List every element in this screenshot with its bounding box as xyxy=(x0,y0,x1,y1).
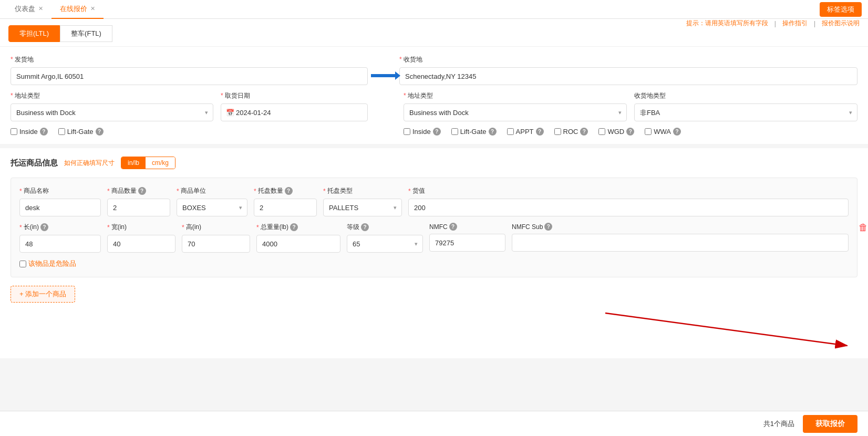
grade-help-icon[interactable]: ? xyxy=(361,223,369,231)
dest-liftgate-help-icon[interactable]: ? xyxy=(489,128,497,136)
origin-inside-label[interactable]: Inside xyxy=(19,128,38,136)
tab-quote-close[interactable]: ✕ xyxy=(90,5,95,12)
dest-label: * 收货地 xyxy=(399,55,857,64)
weight-help-icon[interactable]: ? xyxy=(290,223,298,231)
item-nmfc-input[interactable] xyxy=(429,234,505,252)
dest-wwa-label[interactable]: WWA xyxy=(654,128,671,136)
field-qty: * 商品数量 ? xyxy=(107,186,170,216)
dest-appt-label[interactable]: APPT xyxy=(516,128,534,136)
field-unit-label: * 商品单位 xyxy=(177,186,247,195)
hazmat-input[interactable] xyxy=(19,261,26,267)
pallets-help-icon[interactable]: ? xyxy=(285,187,293,195)
dest-wwa-help-icon[interactable]: ? xyxy=(673,128,681,136)
dest-roc-input[interactable] xyxy=(554,128,561,135)
origin-inside-help-icon[interactable]: ? xyxy=(40,128,48,136)
label-options-button[interactable]: 标签选项 xyxy=(820,2,862,17)
dest-roc-label[interactable]: ROC xyxy=(563,128,578,136)
tab-quote[interactable]: 在线报价 ✕ xyxy=(51,0,104,19)
origin-addr-type-select[interactable]: Business with Dock Business without Dock… xyxy=(11,103,213,121)
length-help-icon[interactable]: ? xyxy=(40,223,48,231)
item-nmfc-sub-input[interactable] xyxy=(512,234,849,252)
pallet-type-select[interactable]: PALLETS SKIDS CRATES xyxy=(323,199,402,216)
nmfc-sub-help-icon[interactable]: ? xyxy=(544,223,552,231)
dest-type-row: * 地址类型 Business with Dock Business witho… xyxy=(404,91,857,121)
field-length-label: * 长(in) ? xyxy=(19,223,101,232)
dest-input[interactable] xyxy=(399,67,857,85)
item-width-input[interactable] xyxy=(107,235,175,253)
field-total-weight: * 总重量(lb) ? xyxy=(256,223,340,253)
dest-appt-input[interactable] xyxy=(507,128,514,135)
tab-dashboard[interactable]: 仪表盘 ✕ xyxy=(6,0,51,19)
hint-guide[interactable]: 操作指引 xyxy=(782,19,808,28)
form-section: * 发货地 * 收货地 xyxy=(0,47,868,144)
dest-address-group: * 收货地 xyxy=(399,55,857,85)
unit-cm-kg-btn[interactable]: cm/kg xyxy=(146,157,175,169)
dest-addr-type-select-wrapper: Business with Dock Business without Dock… xyxy=(404,103,627,121)
field-nmfc-sub-label: NMFC Sub ? xyxy=(512,223,849,231)
add-item-btn[interactable]: + 添加一个商品 xyxy=(11,286,75,303)
grade-select-wrapper: 50 55 60 65 70 77.5 85 92.5 100 xyxy=(347,235,423,253)
field-grade-label: 等级 ? xyxy=(347,223,423,232)
dest-wwa-input[interactable] xyxy=(645,128,652,135)
hazmat-checkbox: 该物品是危险品 xyxy=(19,259,849,268)
origin-addr-type-label: * 地址类型 xyxy=(11,91,213,100)
tab-dashboard-close[interactable]: ✕ xyxy=(38,5,43,12)
origin-liftgate-help-icon[interactable]: ? xyxy=(96,128,104,136)
item-card-container: * 商品名称 * 商品数量 ? xyxy=(11,178,857,277)
dest-roc-help-icon[interactable]: ? xyxy=(580,128,588,136)
field-width-label: * 宽(in) xyxy=(107,223,175,232)
pickup-date-group: * 取货日期 📅 xyxy=(221,91,368,121)
dest-liftgate-input[interactable] xyxy=(451,128,458,135)
field-total-weight-label: * 总重量(lb) ? xyxy=(256,223,340,232)
dest-addr-type-label: * 地址类型 xyxy=(404,91,627,100)
item-weight-input[interactable] xyxy=(256,235,340,253)
field-qty-label: * 商品数量 ? xyxy=(107,186,170,195)
unit-select-wrapper: BOXES PALLETS PIECES xyxy=(177,199,247,216)
ltl-toggle-btn[interactable]: 零担(LTL) xyxy=(8,25,60,42)
pickup-date-wrapper: 📅 xyxy=(221,103,368,121)
item-pallets-input[interactable] xyxy=(254,199,317,216)
grade-select[interactable]: 50 55 60 65 70 77.5 85 92.5 100 xyxy=(347,235,423,253)
qty-help-icon[interactable]: ? xyxy=(138,187,146,195)
field-nmfc: NMFC ? xyxy=(429,223,505,252)
origin-liftgate-input[interactable] xyxy=(58,128,65,135)
type-date-row: * 地址类型 Business with Dock Business witho… xyxy=(11,91,857,121)
tab-bar: 仪表盘 ✕ 在线报价 ✕ 标签选项 xyxy=(0,0,868,19)
dest-liftgate-label[interactable]: Lift-Gate xyxy=(460,128,487,136)
hazmat-label[interactable]: 该物品是危险品 xyxy=(28,259,76,268)
hint-chart[interactable]: 报价图示说明 xyxy=(822,19,860,28)
pickup-date-input[interactable] xyxy=(221,103,368,121)
dest-roc-checkbox: ROC ? xyxy=(554,128,588,136)
origin-inside-input[interactable] xyxy=(11,128,17,135)
item-unit-select[interactable]: BOXES PALLETS PIECES xyxy=(177,199,247,216)
item-row-2: * 长(in) ? * 宽(in) xyxy=(19,223,849,253)
item-name-input[interactable] xyxy=(19,199,101,216)
dest-inside-checkbox: Inside ? xyxy=(404,128,441,136)
field-nmfc-sub: NMFC Sub ? xyxy=(512,223,849,252)
delivery-type-select[interactable]: 非FBA FBA xyxy=(634,103,857,121)
field-length: * 长(in) ? xyxy=(19,223,101,253)
item-length-input[interactable] xyxy=(19,235,101,253)
ftl-toggle-btn[interactable]: 整车(FTL) xyxy=(60,25,112,42)
dest-wgd-label[interactable]: WGD xyxy=(607,128,624,136)
dest-wgd-input[interactable] xyxy=(598,128,605,135)
origin-input[interactable] xyxy=(11,67,368,85)
item-value-input[interactable] xyxy=(408,199,849,216)
delete-item-btn[interactable]: 🗑 xyxy=(859,222,868,233)
dest-addr-type-select[interactable]: Business with Dock Business without Dock… xyxy=(404,103,627,121)
dest-inside-label[interactable]: Inside xyxy=(412,128,431,136)
how-to-fill-link[interactable]: 如何正确填写尺寸 xyxy=(64,159,115,168)
dest-inside-help-icon[interactable]: ? xyxy=(433,128,441,136)
unit-in-lb-btn[interactable]: in/lb xyxy=(121,157,146,169)
origin-type-date: * 地址类型 Business with Dock Business witho… xyxy=(11,91,368,121)
nmfc-help-icon[interactable]: ? xyxy=(449,223,457,231)
field-height-label: * 高(in) xyxy=(182,223,250,232)
dest-services: Inside ? Lift-Gate ? APPT ? xyxy=(404,128,857,136)
dest-appt-help-icon[interactable]: ? xyxy=(536,128,544,136)
origin-liftgate-label[interactable]: Lift-Gate xyxy=(67,128,94,136)
item-height-input[interactable] xyxy=(182,235,250,253)
dest-wgd-help-icon[interactable]: ? xyxy=(626,128,634,136)
dest-inside-input[interactable] xyxy=(404,128,410,135)
main-content: 零担(LTL) 整车(FTL) 提示：请用英语填写所有字段 | 操作指引 | 报… xyxy=(0,19,868,358)
item-qty-input[interactable] xyxy=(107,199,170,216)
